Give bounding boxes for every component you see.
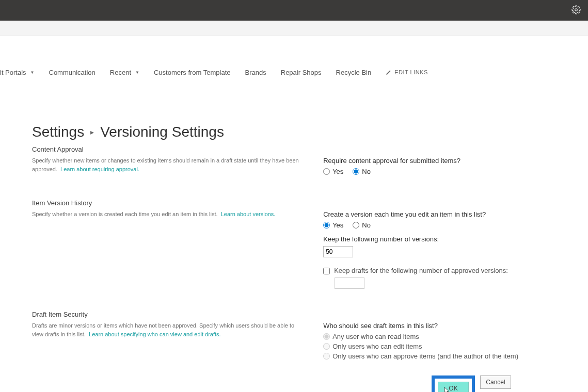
radio-draft-edit-users xyxy=(323,343,330,350)
ok-button[interactable]: OK xyxy=(438,382,469,392)
breadcrumb: Settings ▸ Versioning Settings xyxy=(32,124,552,140)
nav-item-4[interactable]: Brands xyxy=(245,69,266,76)
nav-item-2[interactable]: Recent▼ xyxy=(110,69,139,76)
draft-opt-approve-users: Only users who can approve items (and th… xyxy=(323,352,552,360)
chevron-right-icon: ▸ xyxy=(90,128,94,136)
radio-content-approval-yes[interactable] xyxy=(323,168,330,175)
keep-versions-label: Keep the following number of versions: xyxy=(323,235,552,243)
chevron-down-icon: ▼ xyxy=(30,70,35,75)
nav-item-label: Recycle Bin xyxy=(336,69,372,76)
pencil-icon xyxy=(386,70,391,75)
version-history-no[interactable]: No xyxy=(353,221,371,229)
section-title-version-history: Item Version History xyxy=(32,199,303,207)
section-desc: Specify whether new items or changes to … xyxy=(32,156,303,173)
section-title-draft-security: Draft Item Security xyxy=(32,311,303,318)
radio-content-approval-no[interactable] xyxy=(353,168,359,175)
gear-icon[interactable] xyxy=(571,5,581,16)
learn-drafts-link[interactable]: Learn about specifying who can view and … xyxy=(89,331,221,337)
content-approval-no[interactable]: No xyxy=(353,168,371,175)
top-nav: it Portals▼CommunicationRecent▼Customers… xyxy=(0,63,588,81)
version-history-question: Create a version each time you edit an i… xyxy=(323,210,552,218)
keep-versions-input[interactable] xyxy=(323,246,353,257)
svg-point-0 xyxy=(575,8,578,11)
nav-item-6[interactable]: Recycle Bin xyxy=(336,69,372,76)
radio-version-yes[interactable] xyxy=(323,222,330,228)
keep-drafts-input xyxy=(335,277,364,289)
draft-security-question: Who should see draft items in this list? xyxy=(323,322,552,330)
suite-bar xyxy=(0,21,588,36)
nav-item-label: Repair Shops xyxy=(281,69,322,76)
breadcrumb-root[interactable]: Settings xyxy=(32,124,84,140)
nav-item-label: Brands xyxy=(245,69,266,76)
nav-item-1[interactable]: Communication xyxy=(49,69,96,76)
keep-drafts-checkbox[interactable] xyxy=(323,268,330,274)
section-title-content-approval: Content Approval xyxy=(32,145,303,153)
learn-versions-link[interactable]: Learn about versions. xyxy=(221,211,276,217)
edit-links[interactable]: EDIT LINKS xyxy=(386,69,428,75)
radio-version-no[interactable] xyxy=(353,222,359,228)
content-approval-question: Require content approval for submitted i… xyxy=(323,157,552,165)
version-history-yes[interactable]: Yes xyxy=(323,221,343,229)
ok-highlight-box: OK xyxy=(432,375,475,392)
content-approval-yes[interactable]: Yes xyxy=(323,168,343,175)
version-history-radios: Yes No xyxy=(323,221,552,229)
nav-item-0[interactable]: it Portals▼ xyxy=(0,69,35,76)
draft-opt-any-user: Any user who can read items xyxy=(323,333,552,340)
breadcrumb-current: Versioning Settings xyxy=(100,124,224,140)
nav-item-label: Recent xyxy=(110,69,131,76)
learn-approval-link[interactable]: Learn about requiring approval. xyxy=(60,166,139,172)
section-desc: Drafts are minor versions or items which… xyxy=(32,321,303,338)
nav-item-label: it Portals xyxy=(0,69,26,76)
nav-item-label: Communication xyxy=(49,69,96,76)
draft-opt-edit-users: Only users who can edit items xyxy=(323,342,552,350)
chevron-down-icon: ▼ xyxy=(135,70,139,75)
keep-drafts-label: Keep drafts for the following number of … xyxy=(334,267,508,274)
cancel-button[interactable]: Cancel xyxy=(480,375,511,389)
nav-item-label: Customers from Template xyxy=(154,69,231,76)
nav-item-3[interactable]: Customers from Template xyxy=(154,69,231,76)
top-bar xyxy=(0,0,588,21)
nav-item-5[interactable]: Repair Shops xyxy=(281,69,322,76)
section-desc: Specify whether a version is created eac… xyxy=(32,210,303,219)
radio-draft-approve-users xyxy=(323,353,330,360)
radio-draft-any-user xyxy=(323,333,330,340)
content-approval-radios: Yes No xyxy=(323,168,552,175)
